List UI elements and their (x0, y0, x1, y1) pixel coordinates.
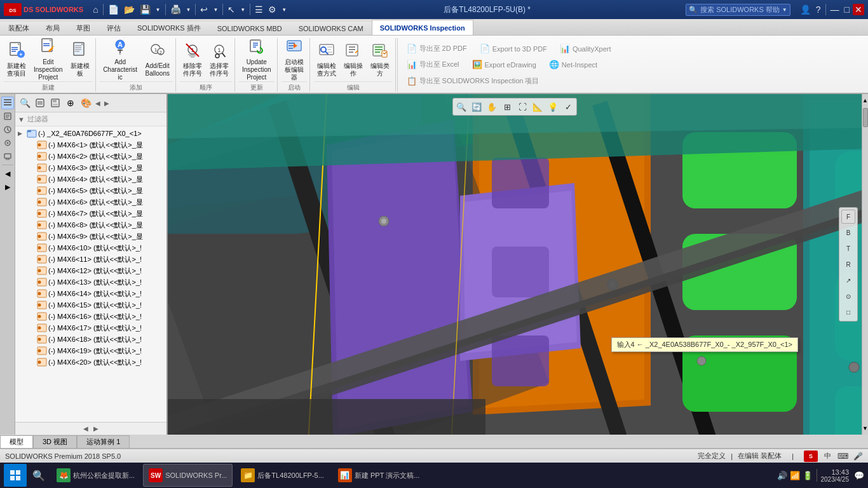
hide-show-icon[interactable] (33, 96, 47, 110)
add-balloons-button[interactable]: 12 Add/EditBalloons (142, 38, 173, 81)
tree-item-17[interactable]: (-) M4X6<17> (默认<<默认>_! (15, 322, 166, 334)
restore-button[interactable]: □ (843, 4, 851, 15)
color-icon[interactable]: 🎨 (79, 96, 93, 110)
edit-check-button[interactable]: 编辑检查方式 (314, 38, 339, 81)
open-icon[interactable]: 📂 (122, 4, 137, 15)
view-front-icon[interactable]: F (841, 210, 855, 224)
new-inspection-button[interactable]: + 新建检查项目 (4, 38, 29, 81)
tree-item-11[interactable]: (-) M4X6<11> (默认<<默认>_! (15, 254, 166, 265)
view-rotate-icon[interactable]: 🔄 (470, 100, 484, 114)
view-zoom-icon[interactable]: 🔍 (454, 100, 468, 114)
feature-manager-icon[interactable] (1, 97, 14, 109)
dropdown-arrow-print[interactable]: ▼ (184, 6, 193, 13)
notification-icon[interactable]: 💬 (854, 471, 864, 480)
tree-item-6[interactable]: (-) M4X6<6> (默认<<默认>_显 (15, 196, 166, 208)
prev-nav-arrow[interactable]: ◀ (94, 98, 102, 108)
taskbar-item-ppt[interactable]: 📊 新建 PPT 演示文稿... (332, 464, 425, 487)
tree-item-20[interactable]: (-) M4X6<20> (默认<<默认>_! (15, 356, 166, 368)
dropdown-arrow-settings[interactable]: ▼ (280, 6, 288, 13)
view-pan-icon[interactable]: ✋ (485, 100, 499, 114)
tab-assembly[interactable]: 装配体 (0, 21, 37, 35)
tab-evaluate[interactable]: 评估 (98, 21, 129, 35)
tree-next-button[interactable]: ▶ (92, 424, 100, 433)
tree-item-root[interactable]: ▶ (-) _X2_4E0A76D6677F_X0_<1> (15, 128, 166, 139)
tab-sw-plugins[interactable]: SOLIDWORKS 插件 (129, 21, 209, 35)
tree-item-1[interactable]: (-) M4X6<1> (默认<<默认>_显 (15, 139, 166, 151)
taskbar-clock[interactable]: 13:43 2023/4/25 (821, 468, 850, 483)
quality-xpert-button[interactable]: 📊 QualityXpert (556, 43, 615, 55)
display-manager-icon[interactable] (1, 150, 14, 163)
save-dropdown-icon[interactable]: 💾 (138, 4, 153, 15)
expand-right-icon[interactable]: ▶ (1, 180, 14, 193)
net-inspect-button[interactable]: 🌐 Net-Inspect (545, 58, 601, 71)
dropdown-arrow-cursor[interactable]: ▼ (238, 6, 247, 13)
cam-manager-icon[interactable] (1, 137, 14, 149)
new-icon[interactable]: 📄 (106, 4, 121, 15)
print-icon[interactable]: 🖨️ (168, 4, 183, 15)
close-button[interactable]: ✕ (853, 4, 864, 15)
dropdown-arrow-undo[interactable]: ▼ (211, 6, 220, 13)
view-iso-icon[interactable]: ↗ (841, 273, 855, 287)
export-sw-inspection-button[interactable]: 📋 导出至 SOLIDWORKS Inspection 项目 (403, 75, 543, 87)
tree-prev-button[interactable]: ◀ (82, 424, 90, 433)
view-fit-icon[interactable]: ⛶ (515, 100, 529, 114)
taskbar-item-solidworks[interactable]: SW SOLIDWORKS Pr... (143, 464, 233, 487)
tree-item-15[interactable]: (-) M4X6<15> (默认<<默认>_! (15, 299, 166, 311)
canvas-area[interactable]: 🔍 🔄 ✋ ⊞ ⛶ 📐 💡 ✓ F B T R ↗ ⊙ □ 输入 (168, 94, 862, 435)
export-edrawing-button[interactable]: 🖼️ Export eDrawing (468, 58, 540, 71)
view-apply-icon[interactable]: ✓ (561, 100, 575, 114)
user-icon[interactable]: 👤 (798, 4, 813, 15)
save-tree-icon[interactable] (48, 96, 62, 110)
options-icon[interactable]: ☰ (253, 4, 265, 15)
tree-item-3[interactable]: (-) M4X6<3> (默认<<默认>_显 (15, 162, 166, 173)
tree-item-12[interactable]: (-) M4X6<12> (默认<<默认>_! (15, 265, 166, 276)
search-dropdown-icon[interactable]: ▼ (782, 7, 787, 13)
property-manager-icon[interactable] (1, 110, 14, 123)
view-display-icon[interactable]: □ (841, 305, 855, 319)
tray-icon-2[interactable]: 📶 (790, 471, 800, 480)
settings-icon[interactable]: ⚙ (266, 4, 278, 15)
launch-template-button[interactable]: 启动模板编辑器 (281, 38, 307, 81)
tree-item-18[interactable]: (-) M4X6<18> (默认<<默认>_! (15, 334, 166, 345)
next-nav-arrow[interactable]: ▶ (103, 98, 111, 108)
tree-item-16[interactable]: (-) M4X6<16> (默认<<默认>_! (15, 311, 166, 322)
filter-icon[interactable]: 🔍 (18, 96, 32, 110)
select-balloons-button[interactable]: 1 选择零件序号 (207, 38, 232, 81)
tree-item-8[interactable]: (-) M4X6<8> (默认<<默认>_显 (15, 219, 166, 231)
export-3d-pdf-button[interactable]: 📄 Export to 3D PDF (476, 43, 551, 55)
help-icon[interactable]: ? (814, 4, 823, 15)
tray-icon-1[interactable]: 🔊 (777, 471, 787, 480)
start-button[interactable] (4, 464, 27, 487)
view-lights-icon[interactable]: 💡 (546, 100, 560, 114)
tree-item-9[interactable]: (-) M4X6<9> (默认<<默认>_显 (15, 231, 166, 242)
tab-model[interactable]: 模型 (0, 435, 33, 448)
minimize-button[interactable]: — (829, 4, 841, 15)
tab-3d-view[interactable]: 3D 视图 (33, 435, 77, 448)
dropdown-arrow-save[interactable]: ▼ (154, 6, 163, 13)
tree-item-7[interactable]: (-) M4X6<7> (默认<<默认>_显 (15, 208, 166, 219)
scroll-up-button[interactable]: ▲ (862, 97, 868, 104)
crosshair-icon[interactable]: ⊕ (64, 96, 78, 110)
tray-icon-3[interactable]: 🔋 (803, 471, 813, 480)
edit-inspection-button[interactable]: EditInspectionProject (31, 38, 66, 81)
tab-sw-inspection[interactable]: SOLIDWORKS Inspection (372, 20, 473, 35)
tree-toggle-root[interactable]: ▶ (18, 130, 25, 137)
collapse-left-icon[interactable]: ◀ (1, 167, 14, 180)
view-perspective-icon[interactable]: 📐 (531, 100, 545, 114)
view-top-icon[interactable]: T (841, 241, 855, 255)
tree-view[interactable]: ▶ (-) _X2_4E0A76D6677F_X0_<1> (-) M4X6<1… (15, 126, 166, 422)
view-back-icon[interactable]: B (841, 226, 855, 240)
tab-sketch[interactable]: 草图 (68, 21, 98, 35)
tree-item-19[interactable]: (-) M4X6<19> (默认<<默认>_! (15, 345, 166, 356)
tree-item-5[interactable]: (-) M4X6<5> (默认<<默认>_显 (15, 185, 166, 196)
edit-op-button[interactable]: 编辑操作 (341, 38, 366, 81)
tab-motion-study[interactable]: 运动算例 1 (77, 435, 130, 448)
remove-balloons-button[interactable]: 1 移除零件序号 (180, 38, 205, 81)
tree-item-2[interactable]: (-) M4X6<2> (默认<<默认>_显 (15, 151, 166, 162)
tab-layout[interactable]: 布局 (37, 21, 68, 35)
view-normal-icon[interactable]: ⊙ (841, 289, 855, 303)
add-characteristic-button[interactable]: A± AddCharacteristic (100, 38, 141, 81)
tree-item-14[interactable]: (-) M4X6<14> (默认<<默认>_! (15, 288, 166, 299)
search-box[interactable]: 🔍 搜索 SOLIDWORKS 帮助 ▼ (686, 4, 790, 16)
tree-item-10[interactable]: (-) M4X6<10> (默认<<默认>_! (15, 242, 166, 254)
